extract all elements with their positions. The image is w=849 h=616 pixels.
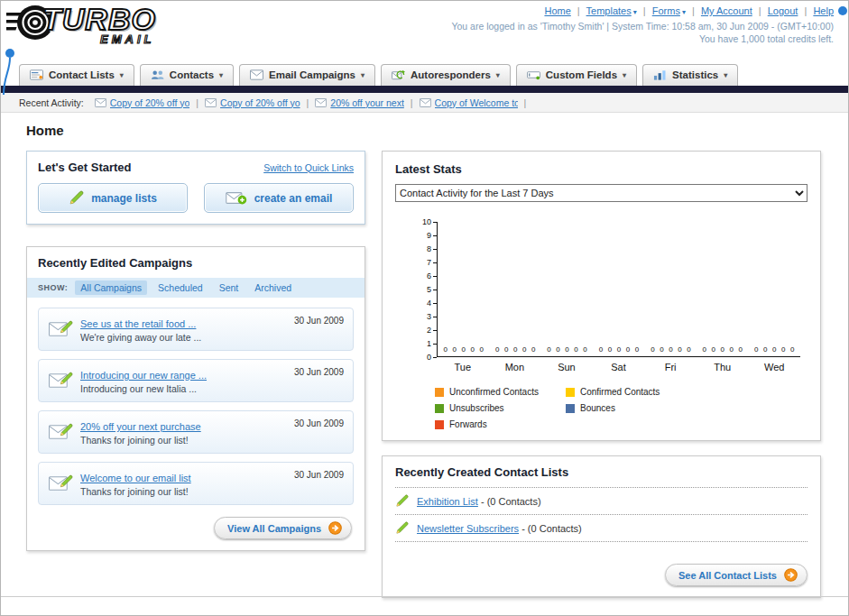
filter-all-campaigns[interactable]: All Campaigns bbox=[75, 280, 147, 295]
legend-label: Confirmed Contacts bbox=[580, 387, 660, 397]
contact-list-row: Newsletter Subscribers - (0 Contacts) bbox=[395, 515, 807, 542]
y-axis-tick: 1 bbox=[427, 340, 437, 348]
chart-category-group: 00000 bbox=[645, 222, 697, 356]
top-link-help[interactable]: Help bbox=[813, 5, 834, 16]
contact-list-link[interactable]: Exhibition List bbox=[417, 496, 478, 507]
autoresponders-icon bbox=[392, 69, 405, 80]
chart-category-group: 00000 bbox=[697, 222, 748, 356]
arrow-circle-icon bbox=[328, 521, 342, 535]
chart-category-group: 00000 bbox=[489, 222, 540, 356]
recent-activity-link[interactable]: Copy of 20% off yo bbox=[220, 97, 300, 108]
manage-lists-button[interactable]: manage lists bbox=[38, 183, 188, 213]
filter-archived[interactable]: Archived bbox=[249, 280, 297, 295]
see-all-contact-lists-button[interactable]: See All Contact Lists bbox=[665, 564, 807, 586]
recent-activity-link[interactable]: Copy of 20% off yo bbox=[110, 97, 190, 108]
campaign-date: 30 Jun 2009 bbox=[294, 418, 344, 428]
recent-activity-link[interactable]: 20% off your next bbox=[330, 97, 404, 108]
legend-swatch bbox=[566, 388, 575, 397]
bar-value-label: 0 bbox=[703, 346, 706, 354]
link-separator: | bbox=[643, 5, 646, 16]
top-link-my-account[interactable]: My Account bbox=[701, 5, 752, 16]
tab-label: Contact Lists bbox=[49, 69, 115, 80]
activity-separator: | bbox=[411, 97, 413, 108]
bar-value-label: 0 bbox=[461, 346, 465, 354]
envelope-icon bbox=[205, 98, 217, 107]
x-axis-label: Wed bbox=[748, 362, 800, 372]
top-link-templates[interactable]: Templates▾ bbox=[586, 5, 637, 16]
campaign-title-link[interactable]: 20% off your next purchase bbox=[80, 421, 201, 432]
nav-tab-statistics[interactable]: Statistics ▾ bbox=[642, 64, 738, 86]
tab-label: Autoresponders bbox=[411, 69, 491, 80]
campaign-title-link[interactable]: See us at the retail food ... bbox=[80, 318, 196, 329]
recent-activity-link[interactable]: Copy of Welcome to bbox=[435, 97, 518, 108]
activity-separator: | bbox=[196, 97, 198, 108]
app-window: TURBO EMAIL Home | Templates▾ | Forms▾ |… bbox=[0, 0, 849, 616]
legend-item: Unconfirmed Contacts bbox=[435, 387, 566, 397]
bar-value-label: 0 bbox=[626, 346, 630, 354]
bar-value-label: 0 bbox=[763, 346, 767, 354]
bar-value-label: 0 bbox=[565, 346, 568, 354]
show-label: SHOW: bbox=[38, 283, 68, 292]
campaign-title-link[interactable]: Welcome to our email list bbox=[80, 473, 191, 483]
login-info: You are logged in as 'Timothy Smith' | S… bbox=[451, 21, 834, 32]
y-axis-tick: 2 bbox=[427, 326, 437, 335]
chart-x-axis: TueMonSunSatFriThuWed bbox=[437, 362, 800, 372]
campaign-date: 30 Jun 2009 bbox=[294, 470, 344, 480]
filter-sent[interactable]: Sent bbox=[214, 280, 245, 295]
campaign-row: 20% off your next purchase Thanks for jo… bbox=[38, 410, 354, 454]
campaign-row: See us at the retail food ... We're givi… bbox=[38, 308, 354, 351]
y-axis-tick: 8 bbox=[427, 245, 437, 253]
chart-y-axis: 109876543210 bbox=[415, 222, 437, 357]
recently-edited-campaigns-panel: Recently Edited Campaigns SHOW: All Camp… bbox=[26, 246, 365, 551]
contact-list-row: Exhibition List - (0 Contacts) bbox=[395, 488, 807, 515]
legend-item: Forwards bbox=[435, 419, 566, 429]
header: TURBO EMAIL Home | Templates▾ | Forms▾ |… bbox=[1, 1, 848, 59]
legend-label: Unconfirmed Contacts bbox=[449, 387, 539, 397]
filter-scheduled[interactable]: Scheduled bbox=[152, 280, 208, 295]
email-campaigns-icon bbox=[250, 69, 263, 80]
campaign-row: Welcome to our email list Thanks for joi… bbox=[38, 462, 354, 505]
bar-value-label: 0 bbox=[687, 346, 690, 354]
link-separator: | bbox=[577, 5, 580, 16]
envelope-pencil-icon bbox=[49, 420, 73, 441]
nav-tab-contact-lists[interactable]: Contact Lists ▾ bbox=[19, 64, 134, 86]
switch-quick-links-link[interactable]: Switch to Quick Links bbox=[263, 162, 354, 173]
recently-created-contact-lists-panel: Recently Created Contact Lists Exhibitio… bbox=[382, 455, 821, 598]
top-link-forms[interactable]: Forms▾ bbox=[652, 5, 686, 16]
nav-tab-custom-fields[interactable]: Custom Fields ▾ bbox=[516, 64, 637, 86]
y-axis-tick: 6 bbox=[427, 272, 437, 280]
link-separator: | bbox=[692, 5, 695, 16]
bar-value-label: 0 bbox=[739, 346, 743, 354]
y-axis-tick: 3 bbox=[427, 313, 437, 321]
pencil-icon bbox=[395, 494, 409, 508]
nav-tab-contacts[interactable]: Contacts ▾ bbox=[140, 64, 234, 86]
x-axis-label: Sat bbox=[593, 362, 645, 372]
campaign-subtitle: Thanks for joining our list! bbox=[80, 435, 344, 446]
view-all-campaigns-button[interactable]: View All Campaigns bbox=[214, 517, 352, 539]
envelope-icon bbox=[315, 98, 327, 107]
campaign-title-link[interactable]: Introducing our new range ... bbox=[80, 370, 207, 381]
nav-tab-email-campaigns[interactable]: Email Campaigns ▾ bbox=[239, 64, 375, 86]
campaign-row: Introducing our new range ... Introducin… bbox=[38, 359, 354, 402]
bar-value-label: 0 bbox=[547, 346, 550, 354]
top-link-logout[interactable]: Logout bbox=[768, 5, 798, 16]
nav-tab-autoresponders[interactable]: Autoresponders ▾ bbox=[381, 64, 511, 86]
bar-value-label: 0 bbox=[495, 346, 499, 354]
stats-period-select[interactable]: Contact Activity for the Last 7 Days bbox=[395, 184, 807, 202]
tab-label: Custom Fields bbox=[546, 69, 617, 80]
y-axis-tick: 4 bbox=[427, 299, 437, 308]
chart-category-group: 00000 bbox=[541, 222, 593, 356]
contact-list-link[interactable]: Newsletter Subscribers bbox=[417, 523, 519, 534]
bar-value-label: 0 bbox=[522, 346, 526, 354]
footer-divider bbox=[1, 596, 848, 597]
legend-swatch bbox=[435, 404, 444, 413]
get-started-title: Let's Get Started bbox=[38, 161, 132, 174]
nav-divider-bar bbox=[1, 86, 848, 93]
bar-value-label: 0 bbox=[790, 346, 794, 354]
page-title: Home bbox=[26, 123, 821, 138]
bar-value-label: 0 bbox=[730, 346, 734, 354]
create-email-button[interactable]: create an email bbox=[204, 183, 354, 213]
top-link-home[interactable]: Home bbox=[544, 5, 570, 16]
bar-value-label: 0 bbox=[660, 346, 663, 354]
link-separator: | bbox=[759, 5, 761, 16]
